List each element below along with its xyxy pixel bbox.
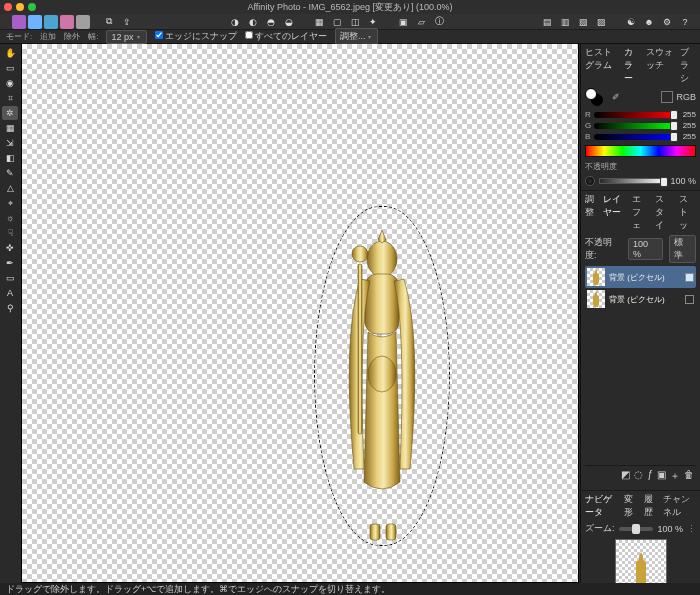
tool-smudge[interactable]: ☟ xyxy=(2,226,18,240)
autocolor-icon[interactable]: ◓ xyxy=(264,15,278,29)
tool-crop[interactable]: ⌗ xyxy=(2,91,18,105)
mode-add[interactable]: 追加 xyxy=(40,31,56,42)
status-bar: ドラッグで除外します。ドラッグ+⌥で追加します。⌘でエッジへのスナップを切り替え… xyxy=(0,583,700,595)
image-statue xyxy=(322,224,442,544)
tool-pen[interactable]: ✒ xyxy=(2,256,18,270)
opacity-slider[interactable] xyxy=(599,178,666,184)
snap-edges-checkbox[interactable]: エッジにスナップ xyxy=(155,30,237,43)
width-label: 幅: xyxy=(88,31,98,42)
arrange-behind-icon[interactable]: ▨ xyxy=(594,15,608,29)
tab-channels[interactable]: チャンネル xyxy=(663,493,696,519)
tool-retouch[interactable]: ✜ xyxy=(2,241,18,255)
layer-group-icon[interactable]: ▣ xyxy=(657,469,666,483)
slider-r[interactable]: R 255 xyxy=(585,110,696,119)
autowb-icon[interactable]: ◒ xyxy=(282,15,296,29)
account-icon[interactable]: ☻ xyxy=(642,15,656,29)
tab-styles[interactable]: スタイ xyxy=(655,193,672,232)
persona-tone[interactable] xyxy=(60,15,74,29)
tool-dodge[interactable]: ☼ xyxy=(2,211,18,225)
window-close[interactable] xyxy=(4,3,12,11)
window-minimize[interactable] xyxy=(16,3,24,11)
tab-navigator[interactable]: ナビゲータ xyxy=(585,493,618,519)
all-layers-checkbox[interactable]: すべてのレイヤー xyxy=(245,30,327,43)
layer-blend-dropdown[interactable]: 標準 xyxy=(669,235,696,263)
arrange-fwd-icon[interactable]: ▥ xyxy=(558,15,572,29)
link-icon[interactable]: ⧉ xyxy=(102,15,116,29)
tab-histogram[interactable]: ヒストグラム xyxy=(585,46,618,85)
mode-subtract[interactable]: 除外 xyxy=(64,31,80,42)
slider-g[interactable]: G 255 xyxy=(585,121,696,130)
noise-toggle-icon[interactable] xyxy=(585,176,595,186)
tab-effects[interactable]: エフェ xyxy=(632,193,649,232)
crop-icon[interactable]: ▱ xyxy=(414,15,428,29)
studio-panels: ヒストグラム カラー スウォッチ ブラシ ✐ RGB R 255 G 255 xyxy=(580,44,700,583)
slider-b[interactable]: B 255 xyxy=(585,132,696,141)
persona-develop[interactable] xyxy=(44,15,58,29)
layer-visibility-checkbox[interactable] xyxy=(685,295,694,304)
tab-color[interactable]: カラー xyxy=(624,46,640,85)
refine-sel-icon[interactable]: ✦ xyxy=(366,15,380,29)
info-icon[interactable]: ⓘ xyxy=(432,15,446,29)
assistant-icon[interactable]: ☯ xyxy=(624,15,638,29)
layer-mask-icon[interactable]: ◩ xyxy=(621,469,630,483)
tool-color-picker[interactable]: ◉ xyxy=(2,76,18,90)
color-swatch-toggle[interactable] xyxy=(585,88,603,106)
autolevels-icon[interactable]: ◑ xyxy=(228,15,242,29)
eyedropper-icon[interactable]: ✐ xyxy=(609,90,623,104)
tool-shape[interactable]: ▭ xyxy=(2,271,18,285)
tab-history[interactable]: 履歴 xyxy=(644,493,657,519)
tool-zoom[interactable]: ⚲ xyxy=(2,301,18,315)
refine-button[interactable]: 調整... xyxy=(335,28,379,45)
layer-item[interactable]: 背景 (ピクセル) xyxy=(585,288,696,310)
layer-toolbar: ◩ ◌ ƒ ▣ ＋ 🗑 xyxy=(585,465,696,486)
tab-stock[interactable]: ストッ xyxy=(679,193,696,232)
tool-flood[interactable]: ⇲ xyxy=(2,136,18,150)
tool-hand[interactable]: ✋ xyxy=(2,46,18,60)
tab-brush[interactable]: ブラシ xyxy=(680,46,696,85)
layer-fx-icon[interactable]: ƒ xyxy=(647,469,653,483)
select-all-icon[interactable]: ▦ xyxy=(312,15,326,29)
svg-point-0 xyxy=(367,241,397,277)
canvas-area[interactable] xyxy=(20,44,580,583)
preferences-icon[interactable]: ⚙ xyxy=(660,15,674,29)
deselect-icon[interactable]: ▢ xyxy=(330,15,344,29)
tab-adjust[interactable]: 調整 xyxy=(585,193,597,232)
zoom-menu-icon[interactable]: ⋮ xyxy=(687,524,696,534)
persona-photo[interactable] xyxy=(12,15,26,29)
share-icon[interactable]: ⇪ xyxy=(120,15,134,29)
tab-transform[interactable]: 変形 xyxy=(624,493,637,519)
width-dropdown[interactable]: 12 px xyxy=(106,30,146,44)
persona-export[interactable] xyxy=(76,15,90,29)
tool-marquee[interactable]: ▦ xyxy=(2,121,18,135)
opacity-value: 100 % xyxy=(670,176,696,186)
layer-item[interactable]: 背景 (ピクセル) xyxy=(585,266,696,288)
zoom-slider[interactable] xyxy=(619,527,654,531)
tool-clone[interactable]: ⌖ xyxy=(2,196,18,210)
opacity-label: 不透明度 xyxy=(585,161,617,172)
layer-visibility-checkbox[interactable] xyxy=(685,273,694,282)
hue-strip[interactable] xyxy=(585,145,696,157)
tool-gradient[interactable]: ◧ xyxy=(2,151,18,165)
arrange-front-icon[interactable]: ▤ xyxy=(540,15,554,29)
svg-point-4 xyxy=(368,356,396,392)
layer-opacity-dropdown[interactable]: 100 % xyxy=(628,238,663,260)
quickmask-icon[interactable]: ▣ xyxy=(396,15,410,29)
persona-liquify[interactable] xyxy=(28,15,42,29)
arrange-back-icon[interactable]: ▧ xyxy=(576,15,590,29)
tab-swatch[interactable]: スウォッチ xyxy=(646,46,673,85)
layer-add-icon[interactable]: ＋ xyxy=(670,469,680,483)
layer-delete-icon[interactable]: 🗑 xyxy=(684,469,694,483)
window-maximize[interactable] xyxy=(28,3,36,11)
help-icon[interactable]: ? xyxy=(678,15,692,29)
document-canvas[interactable] xyxy=(22,44,578,582)
tool-paint[interactable]: ✎ xyxy=(2,166,18,180)
tool-selection-brush[interactable]: ✲ xyxy=(2,106,18,120)
invert-sel-icon[interactable]: ◫ xyxy=(348,15,362,29)
tab-layers[interactable]: レイヤー xyxy=(603,193,626,232)
layer-adjust-icon[interactable]: ◌ xyxy=(634,469,643,483)
tool-erase[interactable]: △ xyxy=(2,181,18,195)
color-model-dropdown[interactable]: RGB xyxy=(661,91,696,103)
autocontrast-icon[interactable]: ◐ xyxy=(246,15,260,29)
tool-move[interactable]: ▭ xyxy=(2,61,18,75)
tool-text[interactable]: A xyxy=(2,286,18,300)
